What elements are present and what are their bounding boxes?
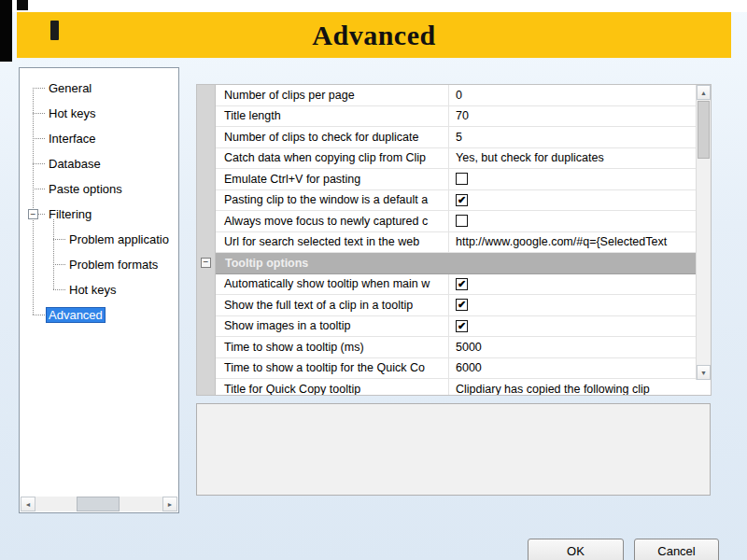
- sidebar-item-paste-options[interactable]: Paste options: [20, 176, 178, 202]
- checkbox-unchecked[interactable]: [456, 173, 468, 185]
- right-arrow-icon: ►: [167, 501, 174, 508]
- title-banner: Advanced: [17, 12, 731, 58]
- sidebar-item-label: Paste options: [46, 181, 125, 197]
- property-name[interactable]: Catch data when copying clip from Clip: [216, 148, 449, 169]
- checkbox-checked[interactable]: ✔: [456, 194, 468, 206]
- property-row-number-of-clips-to-check-for-duplicate: Number of clips to check for duplicate5: [216, 127, 696, 148]
- checkbox-unchecked[interactable]: [456, 215, 468, 227]
- sidebar-item-label: Problem formats: [66, 257, 161, 273]
- checkbox-checked[interactable]: ✔: [456, 299, 468, 311]
- scrollbar-thumb[interactable]: [698, 101, 710, 159]
- property-name[interactable]: Title length: [216, 106, 449, 127]
- scrollbar-thumb[interactable]: [77, 497, 120, 511]
- property-value[interactable]: 0: [449, 85, 696, 105]
- collapse-icon[interactable]: −: [201, 258, 211, 268]
- property-grid-rows: Number of clips per page0Title length70N…: [216, 85, 696, 396]
- grid-vertical-scrollbar[interactable]: ▲ ▼: [696, 85, 711, 380]
- scroll-down-button[interactable]: ▼: [697, 365, 711, 380]
- top-strip: [0, 0, 747, 12]
- sidebar-item-label: Hot keys: [46, 105, 99, 121]
- sidebar-item-label: Filtering: [46, 206, 94, 222]
- property-row-catch-data-when-copying-clip-from-clip: Catch data when copying clip from ClipYe…: [216, 148, 696, 170]
- property-name[interactable]: Number of clips per page: [216, 85, 449, 105]
- sidebar-item-interface[interactable]: Interface: [20, 126, 178, 151]
- property-value[interactable]: ✔: [449, 274, 696, 295]
- property-name[interactable]: Time to show a tooltip (ms): [216, 337, 449, 357]
- sidebar-item-label: Hot keys: [66, 282, 120, 298]
- scroll-left-button[interactable]: ◄: [21, 497, 35, 511]
- property-row-automatically-show-tooltip-when-main-w: Automatically show tooltip when main w✔: [216, 274, 696, 296]
- property-name[interactable]: Show images in a tooltip: [216, 316, 449, 337]
- property-value[interactable]: [449, 169, 696, 189]
- property-name[interactable]: Number of clips to check for duplicate: [216, 127, 449, 147]
- left-arrow-icon: ◄: [25, 501, 32, 508]
- cancel-button[interactable]: Cancel: [634, 539, 719, 560]
- property-value[interactable]: 6000: [449, 358, 696, 379]
- sidebar-item-database[interactable]: Database: [20, 151, 178, 176]
- group-label: Tooltip options: [216, 253, 308, 273]
- property-name[interactable]: Always move focus to newly captured c: [216, 211, 449, 231]
- settings-tree: GeneralHot keysInterfaceDatabasePaste op…: [20, 76, 178, 328]
- property-value[interactable]: Clipdiary has copied the following clip: [449, 379, 696, 396]
- page-title: Advanced: [312, 20, 435, 51]
- property-row-time-to-show-a-tooltip-ms: Time to show a tooltip (ms)5000: [216, 337, 696, 358]
- sidebar-item-label: General: [46, 80, 94, 96]
- advanced-options-window: Advanced GeneralHot keysInterfaceDatabas…: [0, 0, 747, 560]
- property-name[interactable]: Show the full text of a clip in a toolti…: [216, 295, 449, 315]
- property-name[interactable]: Emulate Ctrl+V for pasting: [216, 169, 449, 189]
- property-name[interactable]: Pasting clip to the window is a default …: [216, 190, 449, 211]
- scroll-right-button[interactable]: ►: [162, 497, 177, 511]
- screen-artifact: [0, 0, 12, 62]
- sidebar-item-label: Problem applicatio: [66, 231, 172, 247]
- property-row-url-for-search-selected-text-in-the-web: Url for search selected text in the webh…: [216, 232, 696, 254]
- screen-artifact: [17, 0, 28, 10]
- property-grid: − Number of clips per page0Title length7…: [196, 84, 712, 396]
- down-arrow-icon: ▼: [700, 370, 707, 376]
- property-value[interactable]: Yes, but check for duplicates: [449, 148, 696, 169]
- property-row-time-to-show-a-tooltip-for-the-quick-co: Time to show a tooltip for the Quick Co6…: [216, 358, 696, 380]
- sidebar-item-filtering[interactable]: −Filtering: [20, 202, 178, 227]
- screen-artifact: [50, 21, 59, 40]
- sidebar-item-hot-keys[interactable]: Hot keys: [20, 101, 178, 126]
- property-value[interactable]: 5000: [449, 337, 696, 357]
- description-panel: [196, 403, 711, 496]
- sidebar-item-label: Interface: [46, 131, 99, 147]
- checkbox-checked[interactable]: ✔: [456, 278, 468, 290]
- property-row-title-length: Title length70: [216, 106, 696, 128]
- property-row-always-move-focus-to-newly-captured-c: Always move focus to newly captured c: [216, 211, 696, 232]
- sidebar-item-hot-keys[interactable]: Hot keys: [20, 277, 178, 302]
- checkbox-checked[interactable]: ✔: [456, 320, 468, 332]
- sidebar-item-label: Database: [46, 156, 104, 172]
- property-name[interactable]: Title for Quick Copy tooltip: [216, 379, 449, 396]
- sidebar-item-problem-applicatio[interactable]: Problem applicatio: [20, 227, 178, 252]
- property-value[interactable]: ✔: [449, 316, 696, 337]
- up-arrow-icon: ▲: [700, 90, 707, 96]
- property-name[interactable]: Automatically show tooltip when main w: [216, 274, 449, 295]
- sidebar-item-label: Advanced: [46, 307, 106, 323]
- property-value[interactable]: http://www.google.com/#q={SelectedText: [449, 232, 696, 253]
- group-row-tooltip-options[interactable]: Tooltip options: [216, 253, 696, 274]
- scrollbar-track[interactable]: [35, 497, 162, 511]
- sidebar-item-general[interactable]: General: [20, 76, 178, 101]
- property-row-title-for-quick-copy-tooltip: Title for Quick Copy tooltipClipdiary ha…: [216, 379, 696, 396]
- property-row-pasting-clip-to-the-window-is-a-default-a: Pasting clip to the window is a default …: [216, 190, 696, 212]
- property-name[interactable]: Time to show a tooltip for the Quick Co: [216, 358, 449, 379]
- property-grid-gutter: [197, 85, 216, 395]
- property-value[interactable]: [449, 211, 696, 231]
- property-name[interactable]: Url for search selected text in the web: [216, 232, 449, 253]
- property-value[interactable]: 5: [449, 127, 696, 147]
- property-value[interactable]: ✔: [449, 190, 696, 211]
- sidebar-item-advanced[interactable]: Advanced: [20, 302, 178, 328]
- property-value[interactable]: ✔: [449, 295, 696, 315]
- scroll-up-button[interactable]: ▲: [697, 85, 711, 100]
- property-value[interactable]: 70: [449, 106, 696, 127]
- ok-button[interactable]: OK: [528, 539, 624, 560]
- tree-horizontal-scrollbar[interactable]: ◄ ►: [21, 497, 177, 511]
- sidebar-item-problem-formats[interactable]: Problem formats: [20, 252, 178, 277]
- settings-tree-panel: GeneralHot keysInterfaceDatabasePaste op…: [19, 67, 179, 513]
- property-row-show-the-full-text-of-a-clip-in-a-tooltip: Show the full text of a clip in a toolti…: [216, 295, 696, 316]
- collapse-icon[interactable]: −: [28, 209, 38, 219]
- property-row-number-of-clips-per-page: Number of clips per page0: [216, 85, 696, 106]
- property-row-show-images-in-a-tooltip: Show images in a tooltip✔: [216, 316, 696, 338]
- property-row-emulate-ctrl-v-for-pasting: Emulate Ctrl+V for pasting: [216, 169, 696, 190]
